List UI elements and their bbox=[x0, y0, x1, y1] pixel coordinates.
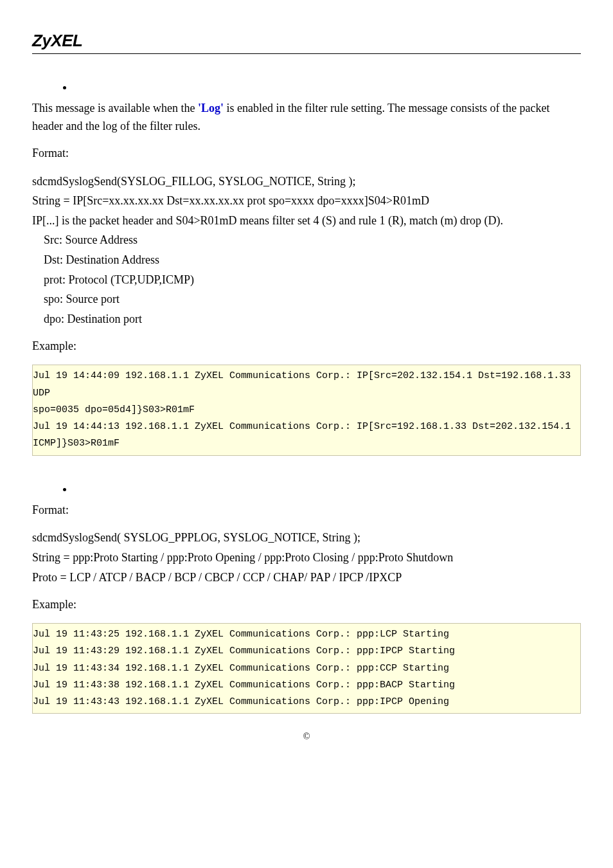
format-line: String = IP[Src=xx.xx.xx.xx Dst=xx.xx.xx… bbox=[32, 191, 581, 211]
format-block-1: sdcmdSyslogSend(SYSLOG_FILLOG, SYSLOG_NO… bbox=[32, 172, 581, 329]
log-line: Jul 19 11:43:25 192.168.1.1 ZyXEL Commun… bbox=[33, 626, 580, 643]
example-box-1: Jul 19 14:44:09 192.168.1.1 ZyXEL Commun… bbox=[32, 365, 581, 455]
format-line: IP[...] is the packet header and S04>R01… bbox=[32, 211, 581, 231]
example-box-2: Jul 19 11:43:25 192.168.1.1 ZyXEL Commun… bbox=[32, 623, 581, 714]
log-link[interactable]: 'Log' bbox=[198, 102, 224, 114]
document-page: ZyXEL This message is available when the… bbox=[0, 0, 613, 768]
intro-paragraph: This message is available when the 'Log'… bbox=[32, 100, 581, 136]
format-field-dpo: dpo: Destination port bbox=[32, 309, 581, 329]
format-field-spo: spo: Source port bbox=[32, 289, 581, 309]
log-line: Jul 19 11:43:34 192.168.1.1 ZyXEL Commun… bbox=[33, 660, 580, 677]
example-label-1: Example: bbox=[32, 338, 581, 356]
format-label-2: Format: bbox=[32, 502, 581, 520]
bullet-item-1 bbox=[63, 86, 581, 89]
log-line: Jul 19 11:43:38 192.168.1.1 ZyXEL Commun… bbox=[33, 677, 580, 694]
log-line: spo=0035 dpo=05d4]}S03>R01mF bbox=[33, 402, 580, 419]
format-field-prot: prot: Protocol (TCP,UDP,ICMP) bbox=[32, 270, 581, 290]
log-line: Jul 19 11:43:29 192.168.1.1 ZyXEL Commun… bbox=[33, 643, 580, 660]
page-footer: © bbox=[32, 732, 581, 742]
bullet-item-2 bbox=[63, 488, 581, 491]
format-line: String = ppp:Proto Starting / ppp:Proto … bbox=[32, 548, 581, 568]
log-line: Jul 19 14:44:09 192.168.1.1 ZyXEL Commun… bbox=[33, 368, 580, 402]
format-field-src: Src: Source Address bbox=[32, 230, 581, 250]
format-field-dst: Dst: Destination Address bbox=[32, 250, 581, 270]
bullet-dot-icon bbox=[63, 86, 66, 89]
log-line: ICMP]}S03>R01mF bbox=[33, 435, 580, 452]
format-label-1: Format: bbox=[32, 145, 581, 163]
log-line: Jul 19 14:44:13 192.168.1.1 ZyXEL Commun… bbox=[33, 419, 580, 435]
format-line: Proto = LCP / ATCP / BACP / BCP / CBCP /… bbox=[32, 568, 581, 588]
example-label-2: Example: bbox=[32, 596, 581, 614]
log-line: Jul 19 11:43:43 192.168.1.1 ZyXEL Commun… bbox=[33, 694, 580, 710]
format-block-2: sdcmdSyslogSend( SYSLOG_PPPLOG, SYSLOG_N… bbox=[32, 528, 581, 587]
bullet-dot-icon bbox=[63, 488, 66, 491]
format-line: sdcmdSyslogSend( SYSLOG_PPPLOG, SYSLOG_N… bbox=[32, 528, 581, 548]
intro-text-pre: This message is available when the bbox=[32, 102, 198, 114]
page-header: ZyXEL bbox=[32, 31, 581, 54]
format-line: sdcmdSyslogSend(SYSLOG_FILLOG, SYSLOG_NO… bbox=[32, 172, 581, 192]
brand-logo: ZyXEL bbox=[32, 31, 581, 51]
